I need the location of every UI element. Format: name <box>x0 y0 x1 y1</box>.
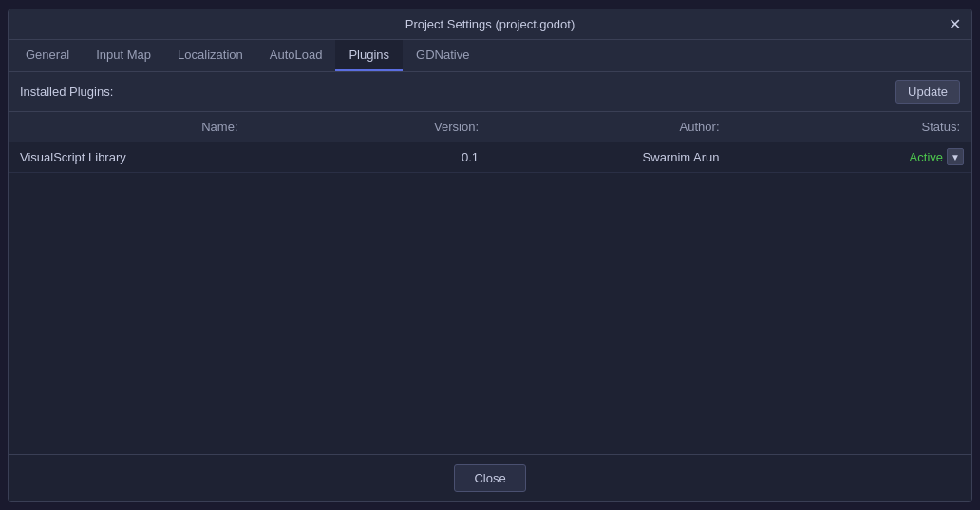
tab-gdnative[interactable]: GDNative <box>403 40 482 71</box>
dialog-title: Project Settings (project.godot) <box>405 17 575 31</box>
installed-plugins-label: Installed Plugins: <box>20 85 113 99</box>
close-dialog-button[interactable]: Close <box>454 464 525 492</box>
project-settings-dialog: Project Settings (project.godot) ✕ Gener… <box>8 9 972 502</box>
header-author: Author: <box>490 112 731 142</box>
tab-autoload[interactable]: AutoLoad <box>256 40 336 71</box>
status-active-label: Active <box>910 150 943 164</box>
tab-general[interactable]: General <box>12 40 83 71</box>
tab-plugins[interactable]: Plugins <box>335 40 403 71</box>
tab-input-map[interactable]: Input Map <box>83 40 164 71</box>
update-button[interactable]: Update <box>895 80 960 104</box>
close-window-button[interactable]: ✕ <box>945 15 964 34</box>
installed-plugins-bar: Installed Plugins: Update <box>9 72 971 112</box>
cell-plugin-status: Active ▼ <box>731 144 972 169</box>
cell-plugin-author: Swarnim Arun <box>490 142 731 172</box>
content-area: Installed Plugins: Update Name: Version:… <box>9 72 971 454</box>
title-bar: Project Settings (project.godot) ✕ <box>9 9 971 40</box>
table-row: VisualScript Library 0.1 Swarnim Arun Ac… <box>9 142 971 173</box>
cell-plugin-name: VisualScript Library <box>9 142 250 172</box>
table-body: VisualScript Library 0.1 Swarnim Arun Ac… <box>9 142 971 454</box>
header-status: Status: <box>731 112 972 142</box>
header-version: Version: <box>250 112 491 142</box>
tabs-bar: General Input Map Localization AutoLoad … <box>9 40 971 72</box>
status-dropdown-arrow[interactable]: ▼ <box>947 148 964 165</box>
table-header: Name: Version: Author: Status: <box>9 112 971 142</box>
header-name: Name: <box>9 112 250 142</box>
cell-plugin-version: 0.1 <box>250 142 491 172</box>
footer: Close <box>9 454 971 501</box>
tab-localization[interactable]: Localization <box>164 40 256 71</box>
